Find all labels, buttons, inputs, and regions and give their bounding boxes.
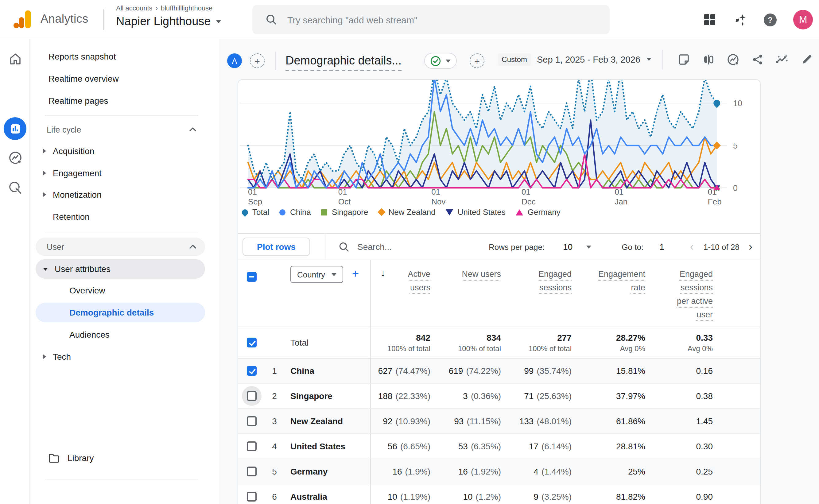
add-report-tab-button[interactable]: + (470, 53, 484, 68)
breadcrumb-root[interactable]: All accounts (116, 4, 153, 12)
column-header-engagement-rate[interactable]: Engagement rate (572, 260, 645, 327)
nav-section-life-cycle[interactable]: Life cycle (36, 120, 205, 139)
report-avatar-badge[interactable]: A (227, 53, 242, 68)
cell-new-users: 53(6.35%) (430, 434, 501, 459)
chevron-down-icon[interactable] (646, 58, 651, 61)
sidebar-item-retention[interactable]: Retention (36, 207, 205, 227)
header-divider (275, 52, 276, 70)
cell-engaged-sessions: 4(1.44%) (501, 459, 572, 484)
table-row[interactable]: 1 China 627(74.47%) 619(74.22%) 99(35.74… (238, 359, 761, 384)
column-header-engaged-sessions[interactable]: Engaged sessions (501, 260, 572, 327)
insights-button[interactable] (721, 52, 745, 66)
gemini-sparkle-icon[interactable] (732, 12, 747, 27)
prev-page-button[interactable]: ‹ (690, 240, 694, 253)
sidebar-item-monetization[interactable]: Monetization (36, 185, 205, 204)
svg-text:Feb: Feb (708, 197, 722, 206)
cell-active-users: 10(1.19%) (370, 484, 430, 504)
sidebar-item-realtime-overview[interactable]: Realtime overview (31, 69, 219, 88)
svg-text:Sep: Sep (248, 197, 262, 206)
total-checkbox[interactable] (242, 333, 262, 352)
row-number: 5 (265, 459, 284, 484)
date-range-picker[interactable]: Sep 1, 2025 - Feb 3, 2026 (537, 54, 640, 64)
row-checkbox[interactable] (242, 386, 262, 406)
sidebar-item-label: Library (68, 453, 94, 463)
header-divider (662, 49, 663, 69)
report-insights-button[interactable] (770, 52, 794, 66)
chevron-up-icon[interactable] (189, 127, 196, 132)
table-header-row: Country + ↓ Active users New users Engag… (238, 260, 761, 327)
goto-page-input[interactable]: 1 (659, 242, 664, 252)
select-all-checkbox[interactable] (242, 267, 262, 287)
sidebar-item-tech[interactable]: Tech (36, 347, 205, 366)
svg-text:01: 01 (338, 187, 347, 196)
rows-per-page-value[interactable]: 10 (563, 242, 573, 252)
sidebar-item-acquisition[interactable]: Acquisition (36, 141, 205, 161)
google-apps-grid-icon[interactable] (704, 14, 716, 26)
rows-per-page-dropdown-icon[interactable] (586, 245, 591, 248)
table-row[interactable]: 2 Singapore 188(22.33%) 3(0.36%) 71(25.6… (238, 384, 761, 409)
table-row[interactable]: 4 United States 56(6.65%) 53(6.35%) 17(6… (238, 434, 761, 459)
report-title[interactable]: Demographic details... (285, 54, 402, 71)
sidebar-item-audiences[interactable]: Audiences (36, 325, 205, 344)
table-row[interactable]: 6 Australia 10(1.19%) 10(1.2%) 9(3.25%) … (238, 484, 761, 504)
row-checkbox[interactable] (242, 462, 262, 481)
comparisons-button[interactable] (696, 53, 721, 65)
global-search-input[interactable]: Try searching "add web stream" (252, 5, 610, 34)
plot-rows-button[interactable]: Plot rows (243, 238, 310, 256)
row-checkbox[interactable] (242, 436, 262, 456)
sidebar-item-label: Retention (53, 212, 90, 222)
report-status-pill[interactable] (424, 53, 457, 69)
sidebar-item-reports-snapshot[interactable]: Reports snapshot (31, 47, 219, 66)
column-header-engaged-per-user[interactable]: Engaged sessions per active user (645, 260, 713, 327)
edit-report-button[interactable] (794, 53, 819, 65)
breadcrumb-entity[interactable]: bluffhilllighthouse (161, 4, 212, 12)
legend-label: Total (252, 207, 269, 217)
sidebar-item-user-attributes[interactable]: User attributes (36, 259, 205, 279)
nav-section-user[interactable]: User (36, 238, 205, 256)
column-header-active-users[interactable]: ↓ Active users (370, 260, 430, 327)
table-row[interactable]: 5 Germany 16(1.9%) 16(1.92%) 4(1.44%) 25… (238, 459, 761, 484)
sidebar-item-label: Realtime pages (49, 96, 108, 106)
united-states-triangle-icon (446, 209, 453, 215)
rows-per-page-label: Rows per page: (489, 242, 545, 251)
table-search-input[interactable]: Search... (339, 242, 392, 252)
next-page-button[interactable]: › (749, 240, 752, 253)
home-nav[interactable] (0, 52, 30, 66)
table-row[interactable]: 3 New Zealand 92(10.93%) 93(11.15%) 133(… (238, 409, 761, 434)
nav-divider (45, 115, 198, 116)
country-name: United States (284, 434, 370, 459)
timeseries-chart[interactable]: 051001Sep01Oct01Nov01Dec01Jan01Feb (238, 80, 761, 210)
chevron-up-icon[interactable] (189, 244, 196, 249)
row-checkbox[interactable] (242, 487, 262, 504)
row-checkbox[interactable] (242, 411, 262, 431)
legend-item-germany: Germany (516, 207, 561, 217)
sidebar-item-library[interactable]: Library (31, 448, 219, 468)
sidebar-item-engagement[interactable]: Engagement (36, 163, 205, 183)
table-controls: Plot rows Search... Rows per page: 10 Go… (238, 233, 761, 260)
dimension-select[interactable]: Country (290, 266, 343, 283)
share-icon (751, 53, 764, 65)
germany-triangle-icon (516, 209, 523, 215)
add-segment-button[interactable]: + (250, 53, 265, 68)
sidebar-item-overview[interactable]: Overview (36, 281, 205, 300)
new-zealand-diamond-icon (378, 208, 385, 216)
svg-text:01: 01 (248, 187, 257, 196)
reports-nav-active[interactable] (4, 117, 26, 140)
advertising-nav[interactable] (0, 150, 30, 166)
breadcrumb[interactable]: All accounts › bluffhilllighthouse (116, 4, 212, 12)
column-header-new-users[interactable]: New users (430, 260, 501, 327)
analytics-logo-icon[interactable] (14, 10, 32, 28)
plus-icon: + (474, 56, 480, 66)
notes-button[interactable] (672, 53, 696, 65)
property-selector[interactable]: Napier Lighthouse (116, 15, 221, 28)
row-checkbox[interactable] (242, 361, 262, 381)
row-number: 6 (265, 484, 284, 504)
account-avatar[interactable]: M (793, 10, 813, 29)
add-dimension-button[interactable]: + (352, 267, 359, 281)
explore-nav[interactable] (0, 180, 30, 196)
report-header: A + Demographic details... + Custom Sep … (219, 39, 819, 79)
help-icon[interactable]: ? (764, 13, 777, 26)
share-button[interactable] (745, 53, 770, 65)
sidebar-item-demographic-details[interactable]: Demographic details (36, 303, 205, 322)
sidebar-item-realtime-pages[interactable]: Realtime pages (31, 91, 219, 110)
